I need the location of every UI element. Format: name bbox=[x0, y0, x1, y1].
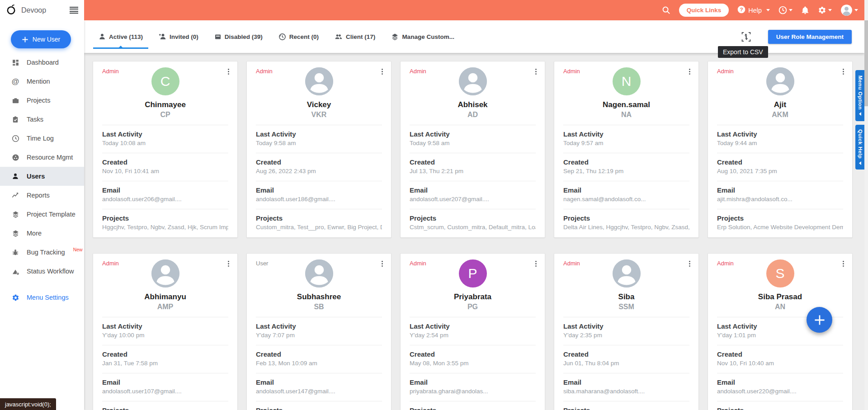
field-projects: ProjectsOrangescrum Learning Project - S… bbox=[256, 401, 382, 410]
field-value: Jul 13, Thu 2:21 pm bbox=[410, 168, 536, 174]
tab-recent-0[interactable]: Recent (0) bbox=[277, 21, 321, 52]
field-label: Created bbox=[410, 158, 536, 166]
sidebar-item-time-log[interactable]: Time Log bbox=[0, 129, 84, 148]
card-menu-button[interactable] bbox=[839, 67, 848, 78]
sidebar-item-status-workflow[interactable]: Status Workflow bbox=[0, 262, 84, 281]
card-menu-button[interactable] bbox=[378, 67, 387, 78]
user-card[interactable]: AdminPPriyabrataPGLast ActivityY'day 2:5… bbox=[400, 253, 545, 410]
field-projects: ProjectsCstm_scrum, Custom_mitra, Defaul… bbox=[410, 209, 536, 237]
dashboard-icon bbox=[11, 58, 19, 66]
sidebar-item-label: Status Workflow bbox=[27, 268, 74, 275]
search-icon[interactable] bbox=[662, 6, 670, 14]
sidebar-item-label: Mention bbox=[27, 78, 50, 85]
sidebar-item-menu-settings[interactable]: Menu Settings bbox=[0, 288, 84, 307]
user-card[interactable]: AdminSibaSSMLast ActivityY'day 2:35 pmCr… bbox=[554, 253, 699, 410]
hamburger-menu-icon[interactable] bbox=[70, 5, 78, 15]
quick-links-button[interactable]: Quick Links bbox=[679, 4, 729, 17]
help-label: Help bbox=[748, 7, 762, 14]
user-card[interactable]: UserSubhashreeSBLast ActivityY'day 7:07 … bbox=[246, 253, 392, 410]
field-label: Projects bbox=[410, 406, 536, 410]
sidebar-item-resource-mgmt[interactable]: Resource Mgmt bbox=[0, 148, 84, 167]
field-value: Y'day 7:07 pm bbox=[256, 332, 382, 339]
sidebar-item-label: Project Template bbox=[27, 211, 75, 218]
brand-name: Devoop bbox=[21, 6, 46, 14]
field-last-activity: Last ActivityToday 9:44 am bbox=[717, 125, 843, 153]
clock-icon bbox=[11, 134, 19, 142]
user-card[interactable]: AdminSSiba PrasadANLast ActivityY'day 1:… bbox=[708, 253, 853, 410]
person-silhouette-icon bbox=[305, 67, 333, 95]
sidebar-menu: Dashboard@MentionProjectsTasksTime LogRe… bbox=[0, 53, 84, 281]
sidebar-item-bug-tracking[interactable]: Bug TrackingNew bbox=[0, 243, 84, 262]
field-label: Projects bbox=[102, 406, 228, 410]
tab-disabled-39[interactable]: Disabled (39) bbox=[212, 21, 264, 52]
field-created: CreatedAug 10, 2021 7:35 pm bbox=[717, 153, 843, 181]
avatar bbox=[151, 259, 179, 287]
card-menu-button[interactable] bbox=[378, 259, 387, 270]
card-menu-button[interactable] bbox=[685, 67, 694, 78]
sidebar-item-projects[interactable]: Projects bbox=[0, 91, 84, 110]
card-menu-button[interactable] bbox=[224, 259, 233, 270]
tab-active-113[interactable]: Active (113) bbox=[97, 21, 145, 52]
card-menu-button[interactable] bbox=[685, 259, 694, 270]
help-menu[interactable]: ? Help bbox=[737, 5, 770, 15]
user-card[interactable]: AdminAbhimanyuAMPLast ActivityY'day 10:0… bbox=[93, 253, 238, 410]
field-projects: ProjectsDemo Project: Website Developmen… bbox=[410, 401, 536, 410]
field-label: Created bbox=[563, 350, 689, 358]
gear-menu[interactable] bbox=[818, 6, 832, 14]
field-value: Today 9:58 am bbox=[410, 140, 536, 146]
browser-link-status: javascript:void(0); bbox=[0, 398, 56, 410]
field-email: Emailsiba.maharana@andolasoft.... bbox=[563, 373, 689, 401]
field-last-activity: Last ActivityToday 9:58 am bbox=[410, 125, 536, 153]
user-card[interactable]: AdminVickeyVKRLast ActivityToday 9:58 am… bbox=[246, 61, 392, 238]
card-menu-button[interactable] bbox=[532, 259, 540, 270]
card-menu-button[interactable] bbox=[224, 67, 233, 78]
user-name: Siba Prasad bbox=[717, 292, 843, 302]
bell-icon[interactable] bbox=[801, 6, 809, 14]
field-value: Y'day 1:01 pm bbox=[717, 332, 843, 339]
user-card[interactable]: AdminAbhisekADLast ActivityToday 9:58 am… bbox=[400, 61, 545, 238]
tab-invited-0[interactable]: Invited (0) bbox=[157, 21, 200, 52]
new-user-button[interactable]: New User bbox=[11, 30, 71, 48]
export-csv-button[interactable] bbox=[741, 32, 751, 42]
user-card[interactable]: AdminNNagen.samalNALast ActivityToday 9:… bbox=[554, 61, 699, 238]
plus-icon bbox=[22, 36, 28, 43]
kebab-menu-icon bbox=[225, 260, 232, 268]
card-menu-button[interactable] bbox=[839, 259, 848, 270]
tab-client-17[interactable]: Client (17) bbox=[333, 21, 377, 52]
user-initials: AD bbox=[410, 111, 536, 125]
scrollbar-thumb[interactable] bbox=[864, 20, 868, 106]
field-last-activity: Last ActivityToday 10:08 am bbox=[102, 125, 228, 153]
user-name: Siba bbox=[563, 292, 689, 302]
avatar-letter: P bbox=[468, 266, 477, 281]
field-label: Email bbox=[410, 378, 536, 386]
user-card[interactable]: AdminAjitAKMLast ActivityToday 9:44 amCr… bbox=[708, 61, 853, 238]
sidebar-item-more[interactable]: More bbox=[0, 224, 84, 243]
field-value: Aug 10, 2021 7:35 pm bbox=[717, 168, 843, 174]
sidebar-item-dashboard[interactable]: Dashboard bbox=[0, 53, 84, 72]
tab-manage-custom[interactable]: Manage Custom... bbox=[389, 21, 456, 52]
add-user-fab[interactable] bbox=[807, 307, 832, 333]
sidebar-item-mention[interactable]: @Mention bbox=[0, 72, 84, 91]
menu-option-side-tab[interactable]: Menu Option bbox=[855, 70, 865, 121]
sidebar-item-users[interactable]: Users bbox=[0, 167, 84, 186]
user-role-management-button[interactable]: User Role Management bbox=[768, 30, 852, 44]
user-card[interactable]: AdminCChinmayeeCPLast ActivityToday 10:0… bbox=[93, 61, 238, 238]
triangle-left-icon bbox=[859, 161, 861, 165]
sidebar-item-tasks[interactable]: Tasks bbox=[0, 110, 84, 129]
field-last-activity: Last ActivityY'day 2:54 pm bbox=[410, 317, 536, 345]
sidebar-item-project-template[interactable]: Project Template bbox=[0, 205, 84, 224]
page-scrollbar[interactable] bbox=[864, 0, 868, 410]
timer-menu[interactable] bbox=[778, 6, 793, 14]
user-cards-grid: AdminCChinmayeeCPLast ActivityToday 10:0… bbox=[93, 61, 853, 410]
card-menu-button[interactable] bbox=[532, 67, 540, 78]
resource-icon bbox=[11, 153, 19, 161]
history-icon bbox=[278, 33, 286, 41]
mention-icon: @ bbox=[11, 77, 19, 85]
quick-help-side-tab[interactable]: Quick Help bbox=[855, 125, 865, 170]
sidebar-item-label: Tasks bbox=[27, 116, 43, 123]
kebab-menu-icon bbox=[533, 68, 539, 75]
role-badge: Admin bbox=[563, 68, 580, 75]
gear-icon bbox=[11, 293, 19, 302]
user-avatar-menu[interactable] bbox=[840, 4, 858, 16]
sidebar-item-reports[interactable]: Reports bbox=[0, 186, 84, 205]
